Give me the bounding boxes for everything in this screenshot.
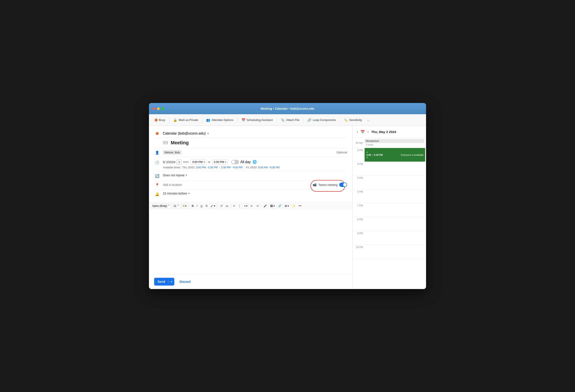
calendar-color-dot: [156, 132, 159, 135]
chevron-down-icon: ▾: [207, 132, 209, 135]
mark-private-button[interactable]: 🔒 Mark as Private: [171, 117, 200, 123]
send-button[interactable]: Send ▾: [154, 278, 174, 285]
event-dot-top: [366, 152, 368, 153]
image-select[interactable]: 🖼 ▾: [269, 204, 276, 208]
time-slot-8pm: 8 PM: [352, 217, 426, 231]
highlight-select[interactable]: 🖊 ▾: [209, 204, 217, 208]
microphone-button[interactable]: 🎤: [262, 203, 268, 208]
date-value: 5/ 2/2024: [163, 160, 175, 164]
reminder-label: 15 minutes before: [163, 192, 187, 195]
availability-event[interactable]: 3:00 – 3:30 PM Everyone is available: [365, 148, 425, 162]
toolbar-divider-3: [237, 117, 238, 123]
all-day-toggle[interactable]: [231, 160, 239, 164]
italic-button[interactable]: I: [195, 203, 199, 208]
time-label-4pm: 4 PM: [352, 162, 365, 165]
more-format-button[interactable]: •••: [297, 203, 303, 208]
teams-meeting-toggle[interactable]: [339, 183, 347, 187]
time-slot-4pm: 4 PM: [352, 162, 426, 176]
minimize-button[interactable]: [157, 107, 160, 110]
meeting-title-input[interactable]: [171, 140, 347, 146]
font-size-select[interactable]: 11 ⌃: [172, 204, 181, 208]
toolbar: Busy 🔒 Mark as Private 👥 Attendee Option…: [149, 114, 426, 126]
reminder-chevron: ▾: [188, 192, 190, 195]
format-toolbar: Aptos (Body) ⌃ 11 ⌃ A ▾ B I U S 🖊: [149, 202, 352, 210]
title-number: 99: [163, 140, 168, 146]
scheduling-icon: 📅: [241, 118, 245, 122]
from-time-select[interactable]: 3:00 PM ▾: [191, 159, 206, 165]
sensitivity-label: Sensitivity: [349, 118, 362, 122]
lock-icon: 🔒: [173, 118, 177, 122]
clock-icon: 🕐: [154, 159, 160, 165]
loop-components-button[interactable]: 🔗 Loop Components: [305, 117, 338, 123]
ai-button[interactable]: ✨: [291, 203, 297, 208]
location-input[interactable]: [163, 183, 311, 186]
scheduling-assistant-button[interactable]: 📅 Scheduling Assistant: [239, 117, 275, 123]
fmt-divider-3: [231, 204, 231, 208]
indent-decrease-button[interactable]: ⇤: [249, 203, 254, 208]
font-name-select[interactable]: Aptos (Body) ⌃: [151, 204, 171, 208]
calendar-prev-button[interactable]: ‹: [356, 129, 359, 134]
toolbar-divider-2: [202, 117, 202, 123]
loop-icon: 🔗: [307, 118, 311, 122]
link-button[interactable]: 🔗: [277, 203, 283, 208]
email-body-area[interactable]: [149, 210, 352, 274]
align-select[interactable]: ≡ ▾: [242, 204, 249, 208]
to-time-value: 3:30 PM: [214, 160, 224, 164]
avail3-time-link[interactable]: 8:00 AM - 8:30 AM: [258, 166, 280, 169]
discard-button[interactable]: Discard: [177, 278, 193, 285]
form-footer: Send ▾ Discard: [149, 274, 352, 289]
calendar-today-icon[interactable]: 📅: [360, 130, 365, 134]
person-icon: 👤: [154, 150, 160, 155]
strikethrough-button[interactable]: S: [204, 203, 209, 208]
title-bar: Meeting • Calendar • bob@uconn.edu: [149, 103, 426, 114]
repeat-row: 🔄 Does not repeat ▾: [154, 171, 347, 180]
calendar-selector[interactable]: Calendar (bob@uconn.edu) ▾: [163, 131, 209, 135]
calendar-next-button[interactable]: ›: [366, 129, 369, 134]
time-slot-7pm: 7 PM: [352, 203, 426, 217]
reminder-select[interactable]: 15 minutes before ▾: [163, 192, 190, 195]
time-label-5pm: 5 PM: [352, 176, 365, 179]
close-button[interactable]: [152, 107, 155, 110]
table-select[interactable]: ⊞ ▾: [283, 204, 290, 208]
avail1-time-link[interactable]: 3:00 PM - 3:30 PM: [196, 166, 217, 169]
attendee-options-button[interactable]: 👥 Attendee Options: [204, 117, 235, 123]
fmt-divider-2: [218, 204, 218, 208]
send-dropdown-arrow[interactable]: ▾: [168, 280, 174, 283]
indent-increase-button[interactable]: ⇥: [255, 203, 260, 208]
optional-label: Optional: [337, 151, 347, 154]
busy-dot: [155, 119, 158, 122]
more-button[interactable]: ...: [365, 117, 372, 123]
bullet-list-button[interactable]: ≡: [232, 203, 237, 208]
repeat-chevron: ▾: [186, 174, 187, 177]
subscript-button[interactable]: x₂: [224, 203, 230, 208]
font-color-select[interactable]: A ▾: [181, 204, 188, 208]
avail1-date: Thu, 05/02: [182, 166, 195, 169]
attendee-chip[interactable]: Weiner, Bob: [163, 150, 182, 155]
underline-button[interactable]: U: [199, 203, 204, 208]
moratorium-event[interactable]: Moratorium: [365, 139, 424, 143]
image-icon: 🖼: [270, 204, 273, 207]
attendee-row: 👤 Weiner, Bob Optional: [154, 148, 347, 157]
time-slot-9pm: 9 PM: [352, 231, 426, 245]
bell-icon: 🔔: [154, 192, 160, 196]
avail2-time-link[interactable]: 3:30 PM - 4:00 PM: [221, 166, 242, 169]
location-row-content: 📹 Teams meeting: [163, 183, 347, 187]
teams-meeting-area: 📹 Teams meeting: [313, 183, 347, 187]
from-time-value: 3:00 PM: [192, 160, 202, 164]
numbered-list-button[interactable]: ⋮: [237, 203, 242, 208]
calendar-date-icon[interactable]: 2: [177, 160, 181, 164]
maximize-button[interactable]: [162, 107, 164, 110]
to-time-select[interactable]: 3:30 PM ▾: [212, 159, 228, 165]
all-day-label: All day: [240, 160, 251, 164]
sensitivity-button[interactable]: 🏷️ Sensitivity: [342, 117, 364, 123]
font-size-arrows: ⌃: [177, 204, 179, 207]
fmt-divider-1: [189, 204, 189, 208]
window-title: Meeting • Calendar • bob@uconn.edu: [261, 107, 314, 110]
repeat-select[interactable]: Does not repeat ▾: [163, 174, 187, 177]
attach-file-button[interactable]: 📎 Attach File: [279, 117, 302, 123]
superscript-button[interactable]: x²: [219, 203, 224, 208]
more-events-label[interactable]: 2 more: [365, 143, 426, 147]
bold-button[interactable]: B: [190, 203, 195, 208]
busy-button[interactable]: Busy: [152, 117, 167, 123]
timezone-icon[interactable]: 🌐: [252, 160, 257, 164]
